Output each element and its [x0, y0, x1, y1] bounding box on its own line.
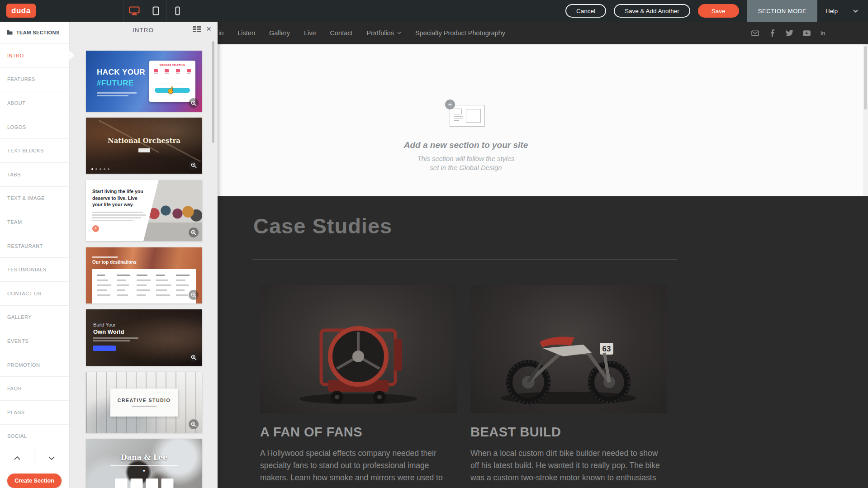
preview-zoom-icon[interactable]	[189, 290, 199, 300]
nav-label: Portfolios	[367, 29, 394, 37]
create-section-button[interactable]: Create Section	[7, 474, 62, 488]
sidebar-item-tabs[interactable]: TABS	[0, 162, 69, 186]
sidebar-item-label: PLANS	[7, 410, 25, 415]
sidebar-item-gallery[interactable]: GALLERY	[0, 305, 69, 329]
sidebar-header: TEAM SECTIONS	[0, 21, 69, 43]
sidebar-item-label: INTRO	[7, 53, 24, 58]
site-nav-gallery[interactable]: Gallery	[269, 29, 290, 37]
sidebar-item-logos[interactable]: LOGOS	[0, 115, 69, 139]
preview-zoom-icon[interactable]	[189, 419, 199, 429]
site-nav-specialty-product-photography[interactable]: Specialty Product Photography	[415, 29, 505, 37]
card-title: BEAST BUILD	[470, 425, 667, 440]
section-mode-badge: SECTION MODE	[747, 0, 818, 22]
section-thumbnail-creative-studio[interactable]: CREATIVE STUDIO	[86, 372, 202, 433]
sidebar-item-label: CONTACT US	[7, 291, 42, 296]
case-studies-section: Case Studies	[218, 196, 868, 488]
sidebar-item-about[interactable]: ABOUT	[0, 91, 69, 115]
nav-label: Specialty Product Photography	[415, 29, 505, 37]
sidebar-item-team[interactable]: TEAM	[0, 210, 69, 234]
thumb-title: Dana & Lee	[86, 453, 202, 462]
grid-view-icon[interactable]	[193, 26, 201, 32]
section-wireframe-icon: +	[447, 101, 485, 127]
section-thumbnail-dana-and-lee[interactable]: Dana & Lee ♥	[86, 439, 202, 488]
site-nav-contact[interactable]: Contact	[330, 29, 353, 37]
sidebar-item-plans[interactable]: PLANS	[0, 400, 69, 424]
add-section-placeholder[interactable]: + Add a new section to your site This se…	[394, 44, 538, 173]
save-button[interactable]: Save	[698, 4, 739, 18]
preview-zoom-icon[interactable]	[189, 352, 199, 362]
sidebar-item-label: TABS	[7, 172, 21, 177]
sidebar-item-social[interactable]: SOCIAL	[0, 424, 69, 448]
sidebar-item-label: TEXT BLOCKS	[7, 148, 44, 153]
section-thumbnail-top-destinations[interactable]: Our top destinations	[86, 247, 202, 303]
plus-icon: +	[92, 225, 99, 232]
close-icon[interactable]: ×	[206, 26, 211, 32]
bike-number: 63	[602, 345, 611, 353]
twitter-icon[interactable]	[786, 29, 793, 37]
help-label: Help	[825, 8, 838, 14]
youtube-icon[interactable]	[803, 29, 811, 37]
sidebar-item-promotion[interactable]: PROMOTION	[0, 353, 69, 377]
sidebar-item-list: INTROFEATURESABOUTLOGOSTEXT BLOCKSTABSTE…	[0, 43, 69, 448]
thumb-heading: Our top destinations	[92, 260, 137, 265]
sidebar-item-label: TEXT & IMAGE	[7, 195, 45, 201]
site-nav-io[interactable]: io	[218, 29, 223, 37]
sidebar-item-label: TEAM	[7, 219, 22, 225]
card-body: When a local custom dirt bike builder ne…	[470, 447, 667, 484]
section-title: Case Studies	[253, 213, 392, 238]
facebook-icon[interactable]	[768, 29, 776, 37]
nav-label: Gallery	[269, 29, 290, 37]
desktop-view-button[interactable]	[123, 0, 145, 22]
top-toolbar: duda	[0, 0, 868, 22]
tablet-view-button[interactable]	[145, 0, 166, 22]
mobile-icon	[175, 6, 180, 15]
sidebar-item-text-blocks[interactable]: TEXT BLOCKS	[0, 138, 69, 162]
site-nav-portfolios[interactable]: Portfolios	[367, 29, 401, 37]
site-nav-listen[interactable]: Listen	[237, 29, 255, 37]
nav-label: Live	[304, 29, 316, 37]
sidebar-item-label: SOCIAL	[7, 433, 27, 439]
sidebar-item-features[interactable]: FEATURES	[0, 67, 69, 91]
save-add-another-button[interactable]: Save & Add Another	[614, 4, 690, 18]
plus-icon: +	[445, 99, 455, 109]
folder-icon	[7, 30, 13, 35]
scroll-down-button[interactable]	[34, 448, 69, 468]
chevron-down-icon	[853, 9, 858, 13]
mobile-view-button[interactable]	[166, 0, 188, 22]
help-menu[interactable]: Help	[817, 8, 868, 14]
sidebar-item-label: GALLERY	[7, 314, 32, 320]
countdown-squares	[115, 479, 173, 488]
sidebar-item-intro[interactable]: INTRO	[0, 43, 69, 67]
sidebar-item-faqs[interactable]: FAQS	[0, 376, 69, 400]
sidebar-item-text-image[interactable]: TEXT & IMAGE	[0, 186, 69, 210]
section-thumbnail-national-orchestra[interactable]: National Orchestra	[86, 118, 202, 174]
sidebar-item-label: ABOUT	[7, 100, 25, 106]
section-thumbnail-build-your-own-world[interactable]: Build Your Own World	[86, 309, 202, 366]
preview-zoom-icon[interactable]	[189, 98, 199, 108]
duda-editor: duda	[0, 0, 868, 488]
sidebar-item-label: FAQS	[7, 386, 21, 391]
site-scrollbar[interactable]	[863, 44, 868, 196]
linkedin-icon[interactable]: in	[820, 29, 828, 37]
sidebar-item-testimonials[interactable]: TESTIMONIALS	[0, 257, 69, 281]
sidebar-item-restaurant[interactable]: RESTAURANT	[0, 234, 69, 258]
sidebar-item-events[interactable]: EVENTS	[0, 329, 69, 353]
card-body: A Hollywood special effects company need…	[260, 447, 457, 484]
section-thumbnail-hack-your-future[interactable]: HACK YOUR #FUTURE WEBINAR STARTS IN ☝	[86, 51, 202, 112]
section-thumbnail-start-living[interactable]: Start living the life you deserve to liv…	[86, 180, 202, 241]
sidebar-item-contact-us[interactable]: CONTACT US	[0, 281, 69, 305]
preview-zoom-icon[interactable]	[189, 160, 199, 170]
duda-logo[interactable]: duda	[6, 4, 36, 18]
mail-icon[interactable]	[751, 29, 759, 37]
cancel-button[interactable]: Cancel	[565, 4, 606, 18]
device-switcher	[123, 0, 188, 22]
site-nav-live[interactable]: Live	[304, 29, 316, 37]
thumb-heading: #FUTURE	[97, 79, 134, 88]
scroll-up-button[interactable]	[0, 448, 34, 468]
thumb-heading: Start living the life you deserve to liv…	[92, 188, 149, 208]
panel-scrollbar[interactable]	[212, 41, 214, 143]
sidebar-header-label: TEAM SECTIONS	[16, 30, 60, 35]
preview-zoom-icon[interactable]	[189, 227, 199, 237]
add-section-band: + Add a new section to your site This se…	[218, 44, 868, 196]
sections-sidebar: TEAM SECTIONS INTROFEATURESABOUTLOGOSTEX…	[0, 21, 69, 488]
